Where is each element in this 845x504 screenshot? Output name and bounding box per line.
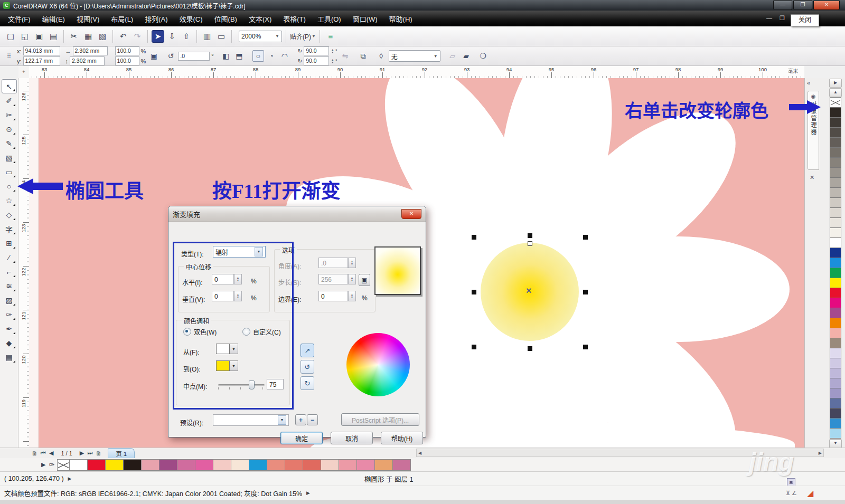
steps-lock-button[interactable]: ▣	[359, 274, 370, 286]
steps-spinner[interactable]: ▲▼	[348, 274, 356, 284]
angle-input[interactable]: .0	[318, 258, 348, 268]
steps-input[interactable]: 256	[318, 274, 348, 284]
open-icon[interactable]: ◱	[18, 30, 31, 43]
outline-width-combo[interactable]: 无 ▼	[389, 50, 440, 62]
menu-item[interactable]: 位图(B)	[209, 11, 243, 26]
dialog-close-button[interactable]: ✕	[401, 209, 421, 219]
color-swatch[interactable]	[830, 378, 841, 388]
color-swatch[interactable]	[830, 258, 841, 268]
counterclockwise-path-button[interactable]: ↺	[301, 360, 314, 374]
menu-item[interactable]: 排列(A)	[139, 11, 173, 26]
zoom-level-combo[interactable]: 2000% ▼	[239, 31, 282, 42]
color-swatch[interactable]	[830, 167, 841, 178]
selection-handle[interactable]	[472, 235, 476, 240]
cut-icon[interactable]: ✂	[68, 30, 80, 43]
selection-handle[interactable]	[583, 290, 588, 294]
gradient-type-select[interactable]: 辐射 ▼	[213, 246, 266, 258]
object-y-input[interactable]: 122.17 mm	[23, 56, 60, 65]
search-content-icon[interactable]: ➤	[152, 30, 164, 43]
menu-item[interactable]: 视图(V)	[71, 11, 105, 26]
custom-radio[interactable]: 自定义(C)	[242, 327, 281, 336]
direct-path-button[interactable]: ↗	[301, 344, 314, 357]
color-swatch[interactable]	[830, 348, 841, 358]
color-swatch[interactable]	[159, 459, 177, 471]
convert-to-curves-icon[interactable]: ❍	[477, 50, 489, 62]
interactive-fill-tool[interactable]: ▤	[2, 350, 17, 364]
menu-item[interactable]: 文件(F)	[2, 11, 36, 26]
mirror-horizontal-icon[interactable]: ◧	[220, 50, 232, 62]
dialog-titlebar[interactable]: 渐变填充 ✕	[168, 206, 426, 222]
end-angle-input[interactable]: 90.0	[304, 56, 329, 65]
polygon-tool[interactable]: ☆	[2, 193, 17, 207]
midpoint-slider[interactable]	[218, 384, 265, 386]
dock-close-icon[interactable]: ✕	[810, 174, 814, 181]
ruler-origin[interactable]: +	[18, 66, 30, 79]
menu-item[interactable]: 文本(X)	[243, 11, 277, 26]
midpoint-slider-thumb[interactable]	[249, 381, 255, 389]
zoom-tool[interactable]: ⊙	[2, 122, 17, 136]
color-swatch[interactable]	[830, 318, 841, 328]
doc-restore-icon[interactable]: ❐	[780, 15, 785, 22]
snap-dropdown[interactable]: 贴齐(P)▼	[290, 32, 316, 41]
table-tool[interactable]: ⊞	[2, 236, 17, 250]
color-swatch[interactable]	[195, 459, 213, 471]
rotation-input[interactable]: .0	[178, 52, 210, 61]
two-color-radio[interactable]: 双色(W)	[183, 327, 217, 336]
selection-handle[interactable]	[583, 235, 588, 240]
color-swatch[interactable]	[830, 418, 841, 429]
color-swatch[interactable]	[830, 187, 841, 198]
color-swatch[interactable]	[830, 358, 841, 368]
color-eyedropper-icon[interactable]: ✑	[49, 461, 54, 469]
remove-preset-button[interactable]: −	[307, 414, 318, 425]
color-swatch[interactable]	[267, 459, 285, 471]
color-swatch[interactable]	[285, 459, 303, 471]
new-document-icon[interactable]: ▢	[4, 30, 17, 43]
text-tool[interactable]: 字	[2, 222, 17, 236]
copy-icon[interactable]: ▦	[82, 30, 95, 43]
color-swatch[interactable]	[69, 459, 88, 471]
help-button[interactable]: 帮助(H)	[381, 432, 423, 444]
minimize-button[interactable]: —	[773, 1, 792, 10]
to-color-picker[interactable]: ▼	[216, 360, 238, 372]
menu-item[interactable]: 编辑(E)	[36, 11, 71, 26]
next-page-icon[interactable]: ▶	[80, 450, 84, 457]
color-swatch[interactable]	[830, 288, 841, 298]
color-swatch[interactable]	[123, 459, 142, 471]
color-swatch[interactable]	[105, 459, 124, 471]
no-color-swatch[interactable]	[57, 459, 70, 471]
scroll-left-icon[interactable]: ◀	[418, 451, 421, 455]
selection-handle[interactable]	[472, 345, 476, 349]
color-swatch[interactable]	[213, 459, 231, 471]
fullscreen-preview-icon[interactable]: ▭	[215, 30, 228, 43]
color-swatch[interactable]	[392, 459, 411, 471]
selection-handle[interactable]	[528, 346, 532, 351]
color-swatch[interactable]	[830, 207, 841, 218]
object-width-input[interactable]: 2.302 mm	[73, 46, 108, 55]
color-swatch[interactable]	[830, 157, 841, 168]
pin-icon[interactable]: ◉	[811, 93, 816, 99]
no-color-swatch[interactable]	[830, 97, 841, 108]
scale-x-input[interactable]: 100.0	[115, 46, 139, 55]
color-swatch[interactable]	[87, 459, 106, 471]
color-swatch[interactable]	[830, 197, 841, 208]
color-swatch[interactable]	[830, 137, 841, 148]
paste-icon[interactable]: ▧	[96, 30, 109, 43]
color-swatch[interactable]	[830, 308, 841, 318]
to-back-icon[interactable]: ▰	[461, 50, 472, 62]
edge-input[interactable]: 0	[318, 291, 348, 301]
edge-spinner[interactable]: ▲▼	[348, 291, 356, 301]
color-swatch[interactable]	[231, 459, 249, 471]
blend-tool[interactable]: ≋	[2, 279, 17, 293]
outline-pen-tool[interactable]: ✒	[2, 321, 17, 336]
restore-button[interactable]: ❐	[793, 1, 812, 10]
add-page-icon[interactable]: 🗎	[96, 450, 101, 457]
color-swatch[interactable]	[830, 298, 841, 308]
color-swatch[interactable]	[830, 428, 841, 439]
export-icon[interactable]: ⇧	[180, 30, 193, 43]
print-icon[interactable]: ▤	[47, 30, 60, 43]
redo-icon[interactable]: ↷	[131, 30, 144, 43]
first-page-icon[interactable]: ⏮	[41, 450, 46, 457]
options-icon[interactable]: ≡	[324, 30, 336, 43]
horizontal-spinner[interactable]: ▲▼	[234, 274, 242, 284]
change-direction-icon[interactable]: ⇋	[340, 50, 351, 62]
